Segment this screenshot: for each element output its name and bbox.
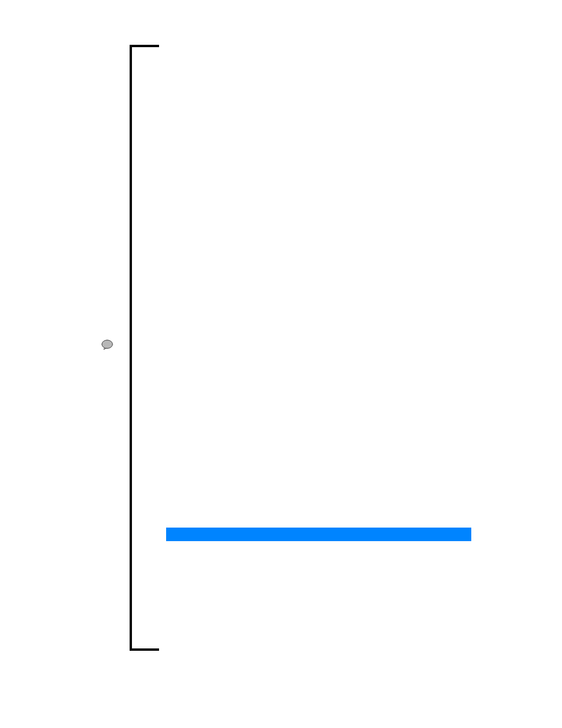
bracket-bottom-line bbox=[130, 648, 159, 651]
svg-point-1 bbox=[102, 340, 113, 348]
highlight-bar bbox=[166, 528, 471, 541]
left-bracket bbox=[130, 45, 159, 651]
comment-bubble-icon[interactable] bbox=[101, 340, 113, 350]
bracket-vertical-line bbox=[130, 45, 132, 651]
bracket-top-line bbox=[130, 45, 159, 47]
